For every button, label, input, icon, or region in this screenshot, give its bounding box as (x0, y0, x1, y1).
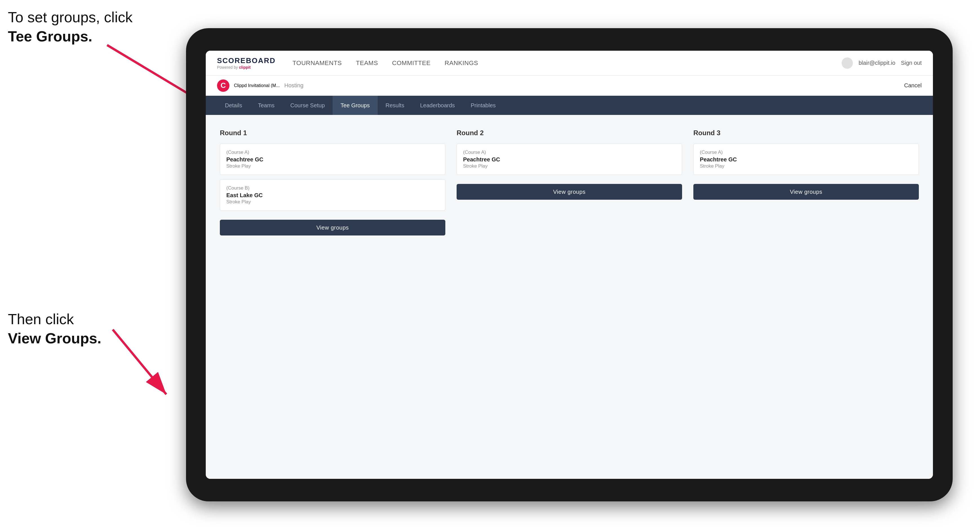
round-1-course-b-name: East Lake GC (226, 192, 439, 198)
top-nav: SCOREBOARD Powered by clippit TOURNAMENT… (206, 51, 933, 76)
instruction-top-line1: To set groups, click (8, 9, 132, 25)
sub-header: C Clippd Invitational (M... Hosting Canc… (206, 76, 933, 96)
tab-leaderboards[interactable]: Leaderboards (412, 96, 463, 115)
logo-area: SCOREBOARD Powered by clippit (217, 56, 276, 70)
round-3-course-a-name: Peachtree GC (700, 156, 912, 163)
tablet-frame: SCOREBOARD Powered by clippit TOURNAMENT… (186, 28, 953, 502)
round-2-view-groups-button[interactable]: View groups (457, 184, 682, 200)
logo-sub: Powered by clippit (217, 65, 276, 70)
round-2-title: Round 2 (457, 129, 682, 137)
instruction-bottom-bold: View Groups. (8, 330, 101, 346)
tablet-screen: SCOREBOARD Powered by clippit TOURNAMENT… (206, 51, 933, 479)
tab-details[interactable]: Details (217, 96, 250, 115)
cancel-button[interactable]: Cancel (904, 82, 922, 89)
round-1-course-a-label: (Course A) (226, 149, 439, 155)
round-1-course-b-label: (Course B) (226, 185, 439, 191)
sub-header-hosting: Hosting (285, 82, 304, 89)
round-2-course-a-label: (Course A) (463, 149, 676, 155)
nav-rankings[interactable]: RANKINGS (445, 59, 478, 67)
round-2-course-a-card: (Course A) Peachtree GC Stroke Play (457, 144, 682, 175)
tab-results[interactable]: Results (378, 96, 412, 115)
round-1-title: Round 1 (220, 129, 445, 137)
round-1-course-a-type: Stroke Play (226, 163, 439, 169)
tab-course-setup[interactable]: Course Setup (282, 96, 332, 115)
round-1-view-groups-button[interactable]: View groups (220, 220, 445, 235)
round-1-course-b-type: Stroke Play (226, 199, 439, 205)
round-3-course-a-label: (Course A) (700, 149, 912, 155)
svg-line-3 (113, 330, 166, 394)
user-email: blair@clippit.io (859, 60, 895, 66)
round-2-column: Round 2 (Course A) Peachtree GC Stroke P… (457, 129, 682, 235)
round-1-column: Round 1 (Course A) Peachtree GC Stroke P… (220, 129, 445, 235)
logo-clippit: clippit (239, 65, 251, 70)
nav-committee[interactable]: COMMITTEE (392, 59, 431, 67)
rounds-container: Round 1 (Course A) Peachtree GC Stroke P… (220, 129, 919, 235)
instruction-top-bold: Tee Groups. (8, 28, 92, 44)
instruction-top: To set groups, click Tee Groups. (8, 8, 132, 46)
round-1-course-a-name: Peachtree GC (226, 156, 439, 163)
sign-out-link[interactable]: Sign out (901, 60, 922, 66)
sub-header-title: Clippd Invitational (M... (234, 83, 280, 88)
nav-tournaments[interactable]: TOURNAMENTS (293, 59, 342, 67)
sub-header-logo: C (217, 79, 229, 92)
round-2-course-a-type: Stroke Play (463, 163, 676, 169)
logo-scoreboard: SCOREBOARD (217, 56, 276, 65)
tab-tee-groups[interactable]: Tee Groups (332, 96, 377, 115)
tab-bar: Details Teams Course Setup Tee Groups Re… (206, 96, 933, 115)
main-content: Round 1 (Course A) Peachtree GC Stroke P… (206, 115, 933, 479)
round-3-column: Round 3 (Course A) Peachtree GC Stroke P… (694, 129, 919, 235)
round-3-title: Round 3 (694, 129, 919, 137)
user-avatar (842, 57, 853, 69)
instruction-bottom-line1: Then click (8, 311, 74, 327)
round-2-course-a-name: Peachtree GC (463, 156, 676, 163)
round-3-course-a-type: Stroke Play (700, 163, 912, 169)
nav-teams[interactable]: TEAMS (356, 59, 378, 67)
tab-teams[interactable]: Teams (250, 96, 282, 115)
instruction-bottom: Then click View Groups. (8, 310, 101, 348)
round-3-course-a-card: (Course A) Peachtree GC Stroke Play (694, 144, 919, 175)
round-3-view-groups-button[interactable]: View groups (694, 184, 919, 200)
nav-right: blair@clippit.io Sign out (842, 57, 922, 69)
sub-header-left: C Clippd Invitational (M... Hosting (217, 79, 304, 92)
round-1-course-a-card: (Course A) Peachtree GC Stroke Play (220, 144, 445, 175)
round-1-course-b-card: (Course B) East Lake GC Stroke Play (220, 179, 445, 211)
nav-links: TOURNAMENTS TEAMS COMMITTEE RANKINGS (293, 59, 842, 67)
logo-text: SCOREBOARD (217, 56, 276, 65)
tab-printables[interactable]: Printables (463, 96, 504, 115)
